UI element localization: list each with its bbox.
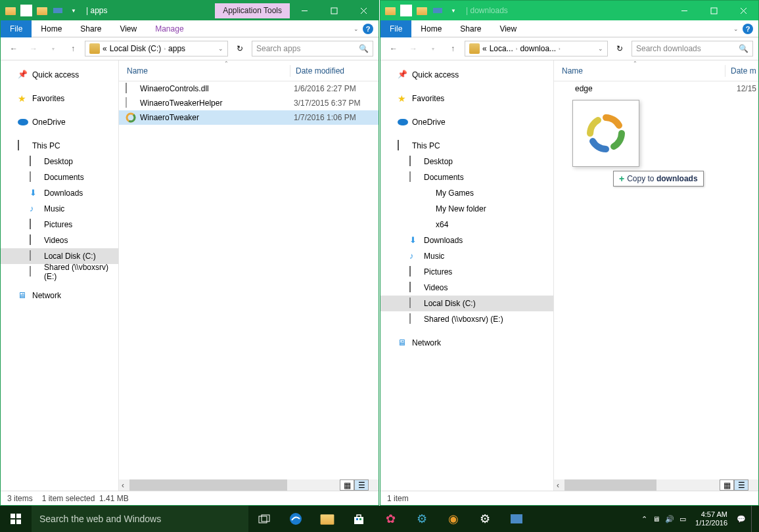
task-view-button[interactable] bbox=[248, 506, 280, 532]
qat-props-icon[interactable]: ✓ bbox=[20, 5, 32, 16]
nav-quick-access[interactable]: 📌Quick access bbox=[1, 67, 118, 83]
nav-videos[interactable]: Videos bbox=[1, 233, 118, 248]
file-row[interactable]: WinaeroControls.dll 1/6/2016 2:27 PM bbox=[119, 81, 379, 96]
tab-file[interactable]: File bbox=[1, 20, 32, 37]
minimize-button[interactable] bbox=[670, 1, 699, 20]
tab-file[interactable]: File bbox=[380, 20, 411, 37]
nav-downloads[interactable]: ⬇Downloads bbox=[380, 233, 553, 248]
tab-view[interactable]: View bbox=[490, 20, 526, 37]
nav-pictures[interactable]: Pictures bbox=[380, 264, 553, 280]
tray-expand-icon[interactable]: ⌃ bbox=[641, 515, 647, 523]
file-row[interactable]: edge 12/15 bbox=[554, 81, 758, 96]
nav-forward-button[interactable]: → bbox=[405, 41, 421, 56]
view-details-button[interactable]: ☰ bbox=[354, 479, 369, 491]
nav-onedrive[interactable]: OneDrive bbox=[1, 114, 118, 130]
breadcrumb-part[interactable]: Local Disk (C:) bbox=[110, 44, 162, 53]
refresh-button[interactable]: ↻ bbox=[232, 41, 248, 56]
qat-paste-icon[interactable] bbox=[432, 5, 444, 16]
ribbon-expand-icon[interactable]: ⌄ bbox=[733, 26, 739, 32]
titlebar[interactable]: ✓ ▼ | downloads bbox=[380, 1, 758, 20]
app-icon[interactable]: ✿ bbox=[375, 506, 406, 532]
maximize-button[interactable] bbox=[699, 1, 729, 20]
col-name[interactable]: Name bbox=[127, 66, 290, 76]
nav-back-button[interactable]: ← bbox=[6, 41, 22, 56]
nav-favorites[interactable]: ★Favorites bbox=[380, 91, 553, 106]
help-icon[interactable]: ? bbox=[363, 24, 373, 34]
view-large-icons-button[interactable]: ▦ bbox=[340, 479, 354, 491]
tab-share[interactable]: Share bbox=[451, 20, 490, 37]
nav-onedrive[interactable]: OneDrive bbox=[380, 114, 553, 130]
nav-documents[interactable]: Documents bbox=[1, 169, 118, 185]
taskbar-search[interactable]: Search the web and Windows bbox=[32, 506, 248, 532]
col-date[interactable]: Date modified bbox=[290, 66, 344, 76]
titlebar[interactable]: ✓ ▼ | apps Application Tools bbox=[1, 1, 379, 20]
qat-folder-icon[interactable] bbox=[384, 5, 396, 16]
nav-videos[interactable]: Videos bbox=[380, 280, 553, 296]
nav-quick-access[interactable]: 📌Quick access bbox=[380, 67, 553, 83]
nav-up-button[interactable]: ↑ bbox=[445, 41, 461, 56]
clock[interactable]: 4:57 AM 1/12/2016 bbox=[691, 510, 731, 527]
file-row[interactable]: WinaeroTweakerHelper 3/17/2015 6:37 PM bbox=[119, 96, 379, 110]
qat-dropdown-icon[interactable]: ▼ bbox=[448, 5, 459, 16]
app-icon[interactable]: ◉ bbox=[438, 506, 469, 532]
horizontal-scrollbar[interactable]: ‹ ▦ ☰ bbox=[554, 479, 758, 491]
breadcrumb-dropdown-icon[interactable]: ⌄ bbox=[598, 45, 603, 52]
nav-recent-icon[interactable]: ▾ bbox=[45, 41, 61, 56]
nav-shared[interactable]: Shared (\\vboxsrv) (E:) bbox=[380, 311, 553, 327]
refresh-button[interactable]: ↻ bbox=[612, 41, 628, 56]
tab-view[interactable]: View bbox=[110, 20, 146, 37]
breadcrumb[interactable]: « Local Disk (C:) › apps ⌄ bbox=[85, 41, 228, 56]
nav-subfolder[interactable]: My Games bbox=[380, 185, 553, 201]
nav-desktop[interactable]: Desktop bbox=[380, 154, 553, 169]
qat-new-folder-icon[interactable] bbox=[416, 5, 428, 16]
breadcrumb-dropdown-icon[interactable]: ⌄ bbox=[218, 45, 223, 52]
view-large-icons-button[interactable]: ▦ bbox=[720, 479, 734, 491]
tray-network-icon[interactable]: 🖥 bbox=[653, 515, 660, 523]
file-row[interactable]: WinaeroTweaker 1/7/2016 1:06 PM bbox=[119, 110, 379, 125]
nav-subfolder[interactable]: x64 bbox=[380, 217, 553, 233]
nav-shared[interactable]: Shared (\\vboxsrv) (E:) bbox=[1, 264, 118, 280]
show-desktop-button[interactable] bbox=[751, 506, 755, 532]
nav-favorites[interactable]: ★Favorites bbox=[1, 91, 118, 106]
col-name[interactable]: Name bbox=[562, 66, 725, 76]
nav-up-button[interactable]: ↑ bbox=[65, 41, 81, 56]
start-button[interactable] bbox=[0, 506, 32, 532]
breadcrumb[interactable]: « Loca... › downloa... › ⌄ bbox=[465, 41, 608, 56]
nav-pictures[interactable]: Pictures bbox=[1, 217, 118, 233]
view-details-button[interactable]: ☰ bbox=[734, 479, 748, 491]
breadcrumb-part[interactable]: Loca... bbox=[490, 44, 513, 53]
col-date[interactable]: Date m bbox=[725, 66, 756, 76]
edge-icon[interactable] bbox=[280, 506, 311, 532]
qat-props-icon[interactable]: ✓ bbox=[400, 5, 412, 16]
breadcrumb-part[interactable]: apps bbox=[168, 44, 185, 53]
search-input[interactable]: Search apps 🔍 bbox=[252, 41, 373, 56]
nav-subfolder[interactable]: My New folder bbox=[380, 201, 553, 217]
qat-new-folder-icon[interactable] bbox=[36, 5, 48, 16]
settings-icon[interactable]: ⚙ bbox=[469, 506, 501, 532]
close-button[interactable] bbox=[729, 1, 758, 20]
nav-local-disk[interactable]: Local Disk (C:) bbox=[380, 296, 553, 311]
tab-share[interactable]: Share bbox=[71, 20, 110, 37]
nav-recent-icon[interactable]: ▾ bbox=[425, 41, 441, 56]
ribbon-expand-icon[interactable]: ⌄ bbox=[354, 26, 359, 32]
app-icon[interactable]: ⚙ bbox=[406, 506, 438, 532]
close-button[interactable] bbox=[349, 1, 379, 20]
maximize-button[interactable] bbox=[319, 1, 349, 20]
nav-this-pc[interactable]: This PC bbox=[380, 138, 553, 154]
tray-volume-icon[interactable]: 🔊 bbox=[665, 515, 674, 523]
qat-dropdown-icon[interactable]: ▼ bbox=[68, 5, 80, 16]
tray-ime-icon[interactable]: ▭ bbox=[679, 515, 686, 523]
nav-network[interactable]: 🖥Network bbox=[380, 335, 553, 351]
breadcrumb-part[interactable]: downloa... bbox=[520, 44, 556, 53]
horizontal-scrollbar[interactable]: ‹ ▦ ☰ bbox=[119, 479, 379, 491]
nav-music[interactable]: ♪Music bbox=[380, 248, 553, 264]
nav-network[interactable]: 🖥Network bbox=[1, 288, 118, 303]
tab-manage[interactable]: Manage bbox=[146, 20, 193, 37]
nav-desktop[interactable]: Desktop bbox=[1, 154, 118, 169]
search-input[interactable]: Search downloads 🔍 bbox=[632, 41, 753, 56]
nav-documents[interactable]: Documents bbox=[380, 169, 553, 185]
tab-home[interactable]: Home bbox=[411, 20, 451, 37]
store-icon[interactable] bbox=[343, 506, 375, 532]
help-icon[interactable]: ? bbox=[743, 24, 753, 34]
context-tab[interactable]: Application Tools bbox=[215, 3, 290, 18]
